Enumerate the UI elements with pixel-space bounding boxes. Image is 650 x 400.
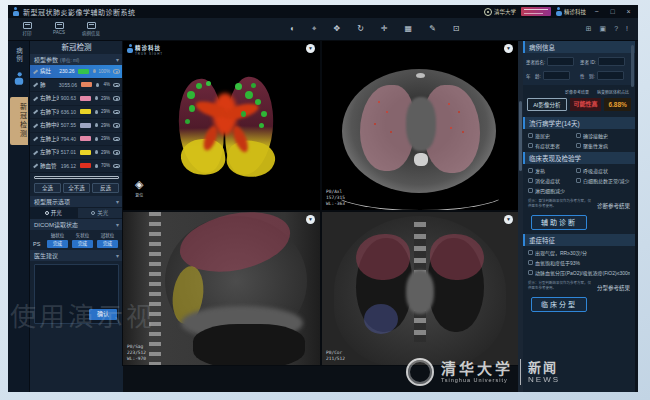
- patient-input[interactable]: [598, 57, 625, 66]
- color-swatch[interactable]: [80, 150, 91, 155]
- checkbox-icon[interactable]: [528, 260, 533, 265]
- checkbox-icon[interactable]: [576, 178, 581, 183]
- checkbox-item[interactable]: 淋巴细胞减少: [528, 187, 574, 194]
- layout-icon[interactable]: ▦: [405, 24, 413, 34]
- assist-diagnosis-button[interactable]: 辅助诊断: [531, 215, 587, 230]
- annotate-icon[interactable]: ✎: [429, 24, 436, 34]
- checkbox-item[interactable]: 白细胞总数正常/减少: [576, 177, 630, 184]
- checkbox-icon[interactable]: [528, 178, 533, 183]
- fullscreen-icon[interactable]: ▣: [600, 25, 607, 33]
- checkbox-item[interactable]: 呼吸道症状: [576, 167, 630, 174]
- viewport-menu-button[interactable]: ▼: [504, 44, 513, 53]
- checkbox-icon[interactable]: [528, 188, 533, 193]
- structure-row[interactable]: 右肺下叶 636.10 29%: [30, 106, 123, 120]
- clinical-classification-button[interactable]: 临床分型: [531, 297, 587, 312]
- checkbox-item[interactable]: 发热: [528, 167, 574, 174]
- minimize-button[interactable]: −: [591, 8, 602, 15]
- ai-analyze-button[interactable]: AI影像分析: [527, 98, 567, 111]
- print-tool[interactable]: 打印: [14, 22, 40, 36]
- dicom-done-button[interactable]: 完成: [47, 240, 68, 248]
- visibility-eye-icon[interactable]: [113, 83, 120, 88]
- structure-row[interactable]: 右肺中叶 507.55 29%: [30, 119, 123, 133]
- visibility-eye-icon[interactable]: [113, 69, 120, 74]
- dicom-done-button[interactable]: 完成: [97, 240, 118, 248]
- display-options-header[interactable]: 模型展示选项 ▾: [30, 196, 123, 207]
- viewport-axial[interactable]: ▼ P0/Axl157/315WL:-363: [322, 41, 518, 210]
- checkbox-item[interactable]: 血氧饱和度低于93%: [528, 259, 630, 266]
- checkbox-icon[interactable]: [528, 250, 533, 255]
- selection-button[interactable]: 反选: [92, 183, 119, 193]
- about-icon[interactable]: !: [626, 25, 628, 33]
- maximize-button[interactable]: □: [607, 8, 618, 15]
- checkbox-icon[interactable]: [576, 143, 581, 148]
- light-mode-tab[interactable]: 开光: [30, 207, 77, 219]
- case-info-tool[interactable]: 病例信息: [78, 22, 104, 36]
- dicom-status-header[interactable]: DICOM读取状态 ▾: [30, 219, 123, 230]
- checkbox-item[interactable]: 确诊接触史: [576, 132, 630, 139]
- visibility-eye-icon[interactable]: [113, 150, 120, 155]
- checkbox-icon[interactable]: [576, 133, 581, 138]
- visibility-eye-icon[interactable]: [113, 164, 120, 169]
- visibility-eye-icon[interactable]: [113, 96, 120, 101]
- color-swatch[interactable]: [80, 123, 91, 128]
- zoom-icon[interactable]: ⌖: [312, 24, 317, 34]
- checkbox-item[interactable]: 有症状患者: [528, 142, 574, 149]
- grid-view-icon[interactable]: ⊞: [586, 25, 592, 33]
- structure-row[interactable]: 肺血管 196.12 70%: [30, 160, 123, 174]
- patient-icon[interactable]: [14, 72, 22, 85]
- patient-input[interactable]: [543, 71, 570, 80]
- structure-row[interactable]: 病灶 230.26 100%: [30, 65, 123, 79]
- viewport-coronal[interactable]: ▼ P0/Cor211/512: [322, 212, 518, 365]
- checkbox-icon[interactable]: [528, 270, 533, 275]
- color-swatch[interactable]: [78, 69, 89, 74]
- viewport-3d[interactable]: 精诊科技TRUE SIGHT ▼: [123, 41, 320, 210]
- color-swatch[interactable]: [81, 82, 92, 87]
- contrast-icon[interactable]: ◐: [290, 24, 295, 34]
- viewport-sagittal[interactable]: ▼ P0/Sag223/512WL:-970: [123, 212, 320, 365]
- help-icon[interactable]: ?: [614, 25, 618, 33]
- patient-input[interactable]: [547, 57, 574, 66]
- scrollbar-thumb[interactable]: [519, 101, 522, 171]
- checkbox-icon[interactable]: [528, 168, 533, 173]
- viewport-menu-button[interactable]: ▼: [306, 44, 315, 53]
- checkbox-item[interactable]: 动脉血氧分压(PaO2)/吸氧浓度(FiO2)≤300mmHg: [528, 269, 630, 276]
- pacs-tool[interactable]: PACS: [46, 22, 72, 36]
- visibility-eye-icon[interactable]: [113, 110, 120, 115]
- crosshair-icon[interactable]: ✛: [381, 24, 388, 34]
- checkbox-icon[interactable]: [528, 133, 533, 138]
- rail-tab-covid-detection[interactable]: 新冠检测: [10, 97, 28, 145]
- dicom-done-button[interactable]: 完成: [72, 240, 93, 248]
- checkbox-item[interactable]: 旅居史: [528, 132, 574, 139]
- viewport-menu-button[interactable]: ▼: [306, 215, 315, 224]
- visibility-eye-icon[interactable]: [113, 137, 120, 142]
- light-mode-tab[interactable]: 关光: [77, 207, 124, 219]
- pan-icon[interactable]: ✥: [333, 24, 340, 34]
- patient-input[interactable]: [597, 71, 624, 80]
- structure-row[interactable]: 左肺下叶 517.01 29%: [30, 146, 123, 160]
- selection-button[interactable]: 全选: [34, 183, 61, 193]
- checkbox-item[interactable]: 聚集性发病: [576, 142, 630, 149]
- color-swatch[interactable]: [80, 109, 91, 114]
- checkbox-item[interactable]: 消化道症状: [528, 177, 574, 184]
- selection-button[interactable]: 全不选: [63, 183, 90, 193]
- rail-cases-item[interactable]: 病例: [14, 47, 24, 64]
- structure-row[interactable]: 右肺上叶 900.63 29%: [30, 92, 123, 106]
- structure-row[interactable]: 肺 3055.06 4%: [30, 79, 123, 93]
- rotate-icon[interactable]: ↻: [357, 24, 364, 34]
- checkbox-item[interactable]: 出现气促，RR≥30次/分: [528, 249, 630, 256]
- visibility-eye-icon[interactable]: [113, 123, 120, 128]
- viewport-menu-button[interactable]: ▼: [504, 215, 513, 224]
- confirm-button[interactable]: 确认: [89, 309, 117, 320]
- checkbox-icon[interactable]: [528, 143, 533, 148]
- structure-row[interactable]: 左肺上叶 794.40 29%: [30, 133, 123, 147]
- checkbox-icon[interactable]: [576, 168, 581, 173]
- close-button[interactable]: ×: [623, 8, 634, 15]
- doctor-advice-header[interactable]: 医生建议 ▾: [30, 250, 123, 261]
- export-icon[interactable]: ⊡: [453, 24, 460, 34]
- orientation-cube[interactable]: ◈ 复位: [135, 174, 143, 198]
- color-swatch[interactable]: [80, 96, 91, 101]
- panel-scrollbar[interactable]: [631, 45, 634, 87]
- color-swatch[interactable]: [80, 163, 91, 168]
- model-params-header[interactable]: 模型参数 (单位: ml) ▾: [30, 54, 123, 65]
- color-swatch[interactable]: [80, 136, 91, 141]
